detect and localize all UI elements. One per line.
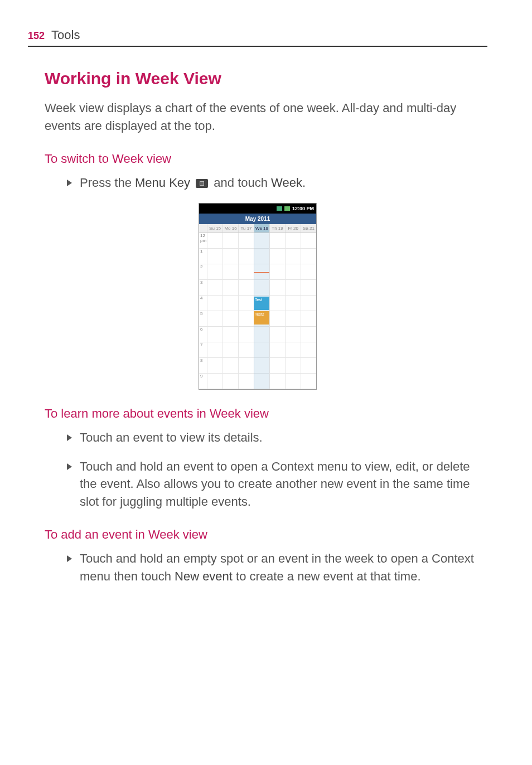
menu-key-icon [196, 179, 208, 188]
day-tu: Tu 17 [238, 224, 254, 233]
text: Touch an event to view its details. [80, 429, 487, 447]
heading-learn-more: To learn more about events in Week view [45, 406, 487, 421]
bullet-triangle-icon [67, 555, 72, 562]
bullet-triangle-icon [67, 434, 72, 441]
new-event-label: New event [175, 569, 233, 583]
battery-icon [284, 206, 290, 211]
signal-icon [277, 206, 282, 211]
page-number: 152 [28, 30, 45, 42]
week-day-header: Su 15 Mo 16 Tu 17 We 18 Th 19 Fr 20 Sa 2… [199, 224, 316, 233]
menu-key-label: Menu Key [135, 176, 190, 190]
list-item: Touch and hold an event to open a Contex… [67, 458, 487, 511]
phone-screenshot: 12:00 PM May 2011 Su 15 Mo 16 Tu 17 We 1… [199, 203, 317, 390]
section-label: Tools [51, 28, 80, 42]
event-marker [254, 272, 269, 273]
status-time: 12:00 PM [292, 206, 314, 211]
bullet-triangle-icon [67, 180, 72, 186]
text: . [302, 176, 306, 190]
heading-working-in-week-view: Working in Week View [45, 69, 487, 88]
day-we: We 18 [254, 224, 269, 233]
bullet-triangle-icon [67, 463, 72, 470]
day-sa: Sa 21 [301, 224, 316, 233]
list-item: Touch and hold an empty spot or an event… [67, 550, 487, 585]
week-grid: 12 pm 1 2 3 4 5 6 7 8 9 Test [199, 233, 316, 389]
intro-paragraph: Week view displays a chart of the events… [45, 99, 487, 135]
list-item: Touch an event to view its details. [67, 429, 487, 447]
phone-status-bar: 12:00 PM [199, 204, 316, 214]
event-test2: Test2 [254, 311, 269, 325]
heading-switch-to-week-view: To switch to Week view [45, 152, 487, 166]
screenshot-container: 12:00 PM May 2011 Su 15 Mo 16 Tu 17 We 1… [28, 203, 487, 390]
day-fr: Fr 20 [285, 224, 301, 233]
event-test: Test [254, 297, 269, 310]
week-label: Week [271, 176, 302, 190]
heading-add-event: To add an event in Week view [45, 527, 487, 542]
list-item: Press the Menu Key and touch Week. [67, 174, 487, 192]
page-header: 152 Tools [28, 28, 487, 47]
text: Press the [80, 176, 135, 190]
day-mo: Mo 16 [223, 224, 238, 233]
day-su: Su 15 [207, 224, 223, 233]
text [190, 176, 194, 190]
text: and touch [210, 176, 271, 190]
text: Touch and hold an event to open a Contex… [80, 458, 487, 511]
day-th: Th 19 [269, 224, 285, 233]
calendar-title: May 2011 [199, 214, 316, 224]
text: to create a new event at that time. [233, 569, 421, 583]
